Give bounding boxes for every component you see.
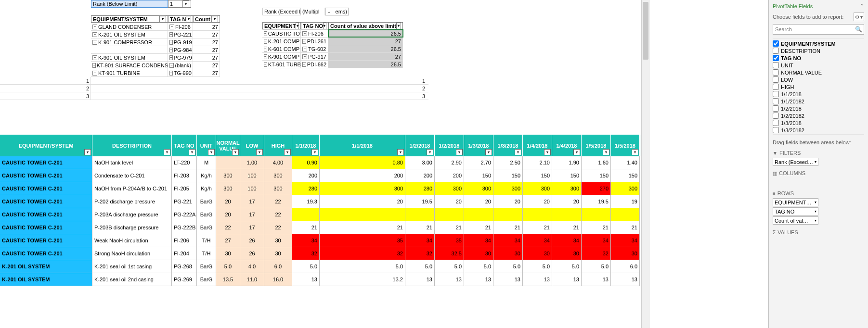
field-checkbox[interactable] <box>773 40 779 47</box>
main-hdr[interactable]: UNIT▾ <box>197 135 216 156</box>
area-pill[interactable]: EQUIPMENT…▾ <box>773 198 818 206</box>
filter-icon[interactable]: ▾ <box>208 149 215 155</box>
expander-icon[interactable]: − <box>264 47 267 51</box>
field-checkbox[interactable] <box>773 91 779 97</box>
field-checkbox[interactable] <box>773 62 779 68</box>
expander-icon[interactable]: − <box>169 63 174 68</box>
field-checkbox[interactable] <box>773 127 779 133</box>
pvb-hdr-tag[interactable]: TAG NO▾ <box>301 22 328 29</box>
expander-icon[interactable]: − <box>169 40 173 45</box>
expander-icon[interactable]: − <box>302 54 307 59</box>
filter-icon[interactable]: ▾ <box>456 149 463 155</box>
area-pill[interactable]: Rank (Exceed…▾ <box>773 158 818 166</box>
main-hdr[interactable]: LOW▾ <box>240 135 264 156</box>
dropdown-icon[interactable]: ▾ <box>815 160 816 164</box>
pva-eq[interactable]: −K-901 COMPRESSOR <box>91 38 168 46</box>
main-hdr[interactable]: 1/5/2018▾ <box>611 135 640 156</box>
filter-icon[interactable]: ▾ <box>427 149 433 155</box>
field-label[interactable]: HIGH <box>781 84 794 90</box>
rank-below-value[interactable]: 1 ▾ <box>168 0 191 8</box>
expander-icon[interactable]: − <box>302 47 307 51</box>
main-hdr[interactable]: 1/3/2018▾ <box>493 135 523 156</box>
rank-exceed-dd[interactable]: ⫠ems) <box>325 8 349 15</box>
expander-icon[interactable]: − <box>302 39 306 44</box>
expander-icon[interactable]: − <box>169 48 173 52</box>
field-label[interactable]: UNIT <box>781 63 793 68</box>
pvb-hdr-count[interactable]: Count of value above limit▾ <box>328 22 403 29</box>
main-hdr[interactable]: TAG NO▾ <box>172 135 197 156</box>
pva-hdr-eq[interactable]: EQUIPMENT/SYSTEM▾ <box>91 15 168 23</box>
field-label[interactable]: 1/1/20182 <box>781 99 804 104</box>
pvb-eq[interactable]: −CAUSTIC TOW <box>262 30 301 37</box>
field-label[interactable]: 1/4/2018 <box>781 135 802 135</box>
field-checkbox[interactable] <box>773 84 779 90</box>
area-pill[interactable]: Count of val…▾ <box>773 216 818 225</box>
main-hdr[interactable]: NORMAL VALUE▾ <box>216 135 240 156</box>
field-label[interactable]: EQUIPMENT/SYSTEM <box>781 41 836 47</box>
pva-tag[interactable]: −TG-990 <box>168 69 193 76</box>
filter-icon[interactable]: ▾ <box>296 23 299 29</box>
main-hdr[interactable]: EQUIPMENT/SYSTEM▾ <box>0 135 92 156</box>
main-hdr[interactable]: 1/4/2018▾ <box>523 135 552 156</box>
dropdown-icon[interactable]: ▾ <box>815 209 816 214</box>
pva-tag[interactable]: −PG-919 <box>168 38 193 46</box>
expander-icon[interactable]: − <box>302 62 306 67</box>
field-checkbox[interactable] <box>773 105 779 112</box>
pvb-tag[interactable]: −TG-602 <box>301 45 328 52</box>
filter-icon[interactable]: ▾ <box>159 16 166 23</box>
pva-eq[interactable] <box>91 46 168 53</box>
pva-hdr-tag[interactable]: TAG N▾ <box>168 15 193 23</box>
filter-icon[interactable]: ▾ <box>232 149 239 155</box>
field-checkbox[interactable] <box>773 76 779 83</box>
pva-tag[interactable]: −FI-206 <box>168 23 193 30</box>
field-label[interactable]: 1/3/2018 <box>781 120 802 126</box>
pvb-tag[interactable]: −PG-917 <box>301 53 328 60</box>
expander-icon[interactable]: − <box>92 63 96 68</box>
pvb-tag[interactable]: −PDI-261 <box>301 38 328 45</box>
pvb-eq[interactable]: −K-901 COMP <box>262 53 301 60</box>
pvb-eq[interactable]: −K-201 COMP <box>262 38 301 45</box>
filters-drop[interactable]: Rank (Exceed…▾ <box>773 158 818 166</box>
search-input[interactable] <box>773 24 864 35</box>
filter-icon[interactable]: ▾ <box>284 149 291 155</box>
main-hdr[interactable]: 1/4/2018▾ <box>552 135 582 156</box>
expander-icon[interactable]: − <box>169 71 173 76</box>
main-hdr[interactable]: DESCTRIPTION▾ <box>92 135 172 156</box>
filter-icon[interactable]: ▾ <box>211 16 218 23</box>
field-checkbox[interactable] <box>773 69 779 76</box>
rows-drop[interactable]: EQUIPMENT…▾TAG NO▾Count of val…▾ <box>773 198 818 225</box>
field-label[interactable]: TAG NO <box>781 55 801 61</box>
expander-icon[interactable]: − <box>264 39 267 44</box>
main-hdr[interactable]: 1/3/2018▾ <box>464 135 493 156</box>
filter-icon[interactable]: ▾ <box>397 149 404 155</box>
dropdown-icon[interactable]: ▾ <box>815 200 816 204</box>
field-label[interactable]: 1/1/2018 <box>781 91 802 97</box>
field-label[interactable]: 1/2/2018 <box>781 106 802 112</box>
pva-eq[interactable]: −GLAND CONDENSER <box>91 23 168 30</box>
field-checkbox[interactable] <box>773 134 779 135</box>
field-list[interactable]: EQUIPMENT/SYSTEMDESCTRIPTIONTAG NOUNITNO… <box>773 38 864 135</box>
expander-icon[interactable]: − <box>169 25 174 29</box>
field-checkbox[interactable] <box>773 55 779 61</box>
expander-icon[interactable]: − <box>264 54 267 59</box>
expander-icon[interactable]: − <box>264 31 267 36</box>
main-hdr[interactable]: HIGH▾ <box>264 135 292 156</box>
pva-tag[interactable]: −(blank) <box>168 62 193 69</box>
expander-icon[interactable]: − <box>92 32 97 37</box>
expander-icon[interactable]: − <box>169 55 173 60</box>
expander-icon[interactable]: − <box>302 31 307 36</box>
field-label[interactable]: LOW <box>781 77 793 83</box>
filter-icon[interactable]: ▾ <box>189 149 195 155</box>
field-label[interactable]: 1/3/20182 <box>781 127 804 133</box>
expander-icon[interactable]: − <box>92 71 97 76</box>
field-label[interactable]: DESCTRIPTION <box>781 48 820 54</box>
pva-tag[interactable]: −PG-984 <box>168 46 193 53</box>
filter-icon[interactable]: ▾ <box>632 149 638 155</box>
main-hdr[interactable]: 1/1/2018▾ <box>320 135 405 156</box>
scrollbar-thumb[interactable] <box>643 2 648 60</box>
field-checkbox[interactable] <box>773 48 779 54</box>
filter-icon[interactable]: ▾ <box>186 16 191 23</box>
pvb-hdr-eq[interactable]: EQUIPMENT▾ <box>262 22 301 29</box>
field-checkbox[interactable] <box>773 113 779 119</box>
pvb-eq[interactable]: −K-601 COMP <box>262 45 301 52</box>
